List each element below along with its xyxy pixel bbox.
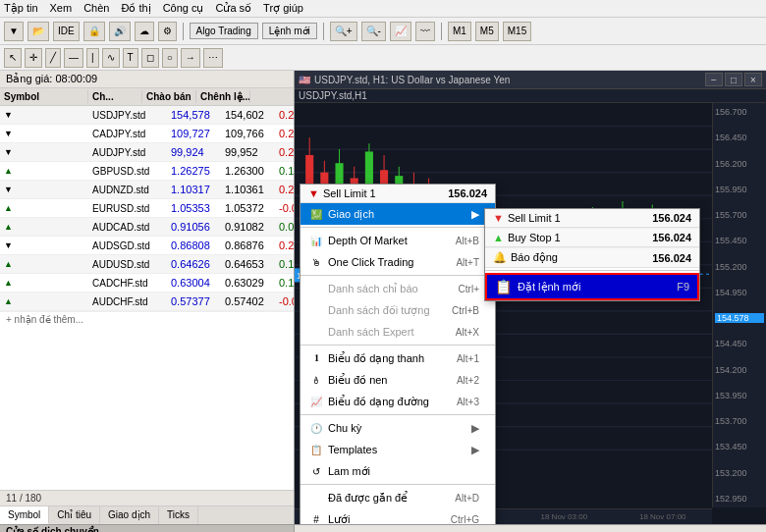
row-bid: 1.26300 — [221, 165, 275, 177]
price-152950: 152.950 — [715, 494, 764, 504]
menu-insert[interactable]: Chèn — [83, 2, 109, 15]
toolbar-draw: ↖ ✛ ╱ — | ∿ T ◻ ○ → ⋯ — [0, 45, 766, 71]
table-row[interactable]: ▲ AUDUSD.std 0.64626 0.64653 0.12% — [0, 255, 294, 274]
text-btn[interactable]: T — [123, 48, 138, 68]
m15-btn[interactable]: M15 — [503, 22, 531, 41]
open-btn[interactable]: 📂 — [27, 22, 49, 41]
table-row[interactable]: ▲ GBPUSD.std 1.26275 1.26300 0.13% — [0, 162, 294, 181]
table-row[interactable]: ▼ AUDSGD.std 0.86808 0.86876 0.25% — [0, 237, 294, 255]
settings-btn[interactable]: ⚙ — [158, 22, 177, 41]
table-header: Symbol Ch... Chào bán Chênh lệ... — [0, 88, 294, 106]
menu-help[interactable]: Trợ giúp — [263, 2, 303, 15]
row-diff: -0.02% — [275, 202, 294, 214]
table-row[interactable]: ▲ AUDCHF.std 0.57377 0.57402 -0.01% — [0, 293, 294, 311]
table-row[interactable]: ▲ AUDCAD.std 0.91056 0.91082 0.03% — [0, 218, 294, 237]
crosshair-btn[interactable]: ✛ — [25, 48, 42, 68]
line-draw-btn[interactable]: ╱ — [45, 48, 61, 68]
menu-luoi[interactable]: # Lưới Ctrl+G — [301, 508, 495, 524]
price-155200: 155.200 — [715, 262, 764, 272]
tab-giaodich[interactable]: Giao dịch — [100, 506, 159, 524]
menu-chu-ky[interactable]: 🕐 Chu kỳ ▶ — [301, 417, 495, 439]
chi-bao-icon — [308, 281, 324, 296]
bottom-left-panel: Cửa số dịch chuyển IS6 Technologies MT5 — [0, 525, 295, 532]
more-tools-btn[interactable]: ⋯ — [203, 48, 223, 68]
ide-btn[interactable]: IDE — [53, 22, 80, 41]
da-duoc-shortcut: Alt+D — [435, 493, 479, 504]
wave-btn[interactable]: 〰 — [415, 22, 435, 41]
luoi-label: Lưới — [328, 513, 351, 525]
toolbar-main: ▼ 📂 IDE 🔒 🔊 ☁ ⚙ Algo Trading Lệnh mới 🔍+… — [0, 18, 766, 45]
row-symbol: CADCHF.std — [88, 278, 167, 289]
vline-btn[interactable]: | — [86, 48, 99, 68]
price-153950: 153.950 — [715, 391, 764, 400]
menu-lam-moi[interactable]: ↺ Lam mới — [301, 460, 495, 482]
table-row[interactable]: ▼ AUDNZD.std 1.10317 1.10361 0.29% — [0, 181, 294, 199]
new-chart-btn[interactable]: ▼ — [4, 22, 24, 41]
tab-chitieu[interactable]: Chỉ tiêu — [49, 506, 100, 524]
line-btn[interactable]: 📈 — [390, 22, 411, 41]
menu-file[interactable]: Tập tin — [4, 2, 38, 15]
zoom-out-btn[interactable]: 🔍- — [361, 22, 386, 41]
click-shortcut: Alt+T — [436, 257, 479, 268]
click-trading-icon: 🖱 — [308, 254, 324, 270]
chu-ky-arrow: ▶ — [471, 422, 479, 435]
sub-buy-stop[interactable]: ▲ Buy Stop 1 156.024 — [485, 228, 699, 247]
svg-rect-24 — [365, 151, 373, 184]
menu-templates[interactable]: 📋 Templates ▶ — [301, 439, 495, 460]
right-panel: 🇺🇸 USDJPY.std, H1: US Dollar vs Japanese… — [295, 71, 766, 524]
add-symbol-link[interactable]: + nhận đề thêm... — [0, 311, 294, 327]
menu-dat-lenh-moi[interactable]: 📋 Đặt lệnh mới F9 — [485, 273, 699, 300]
doi-tuong-shortcut: Ctrl+B — [432, 305, 479, 316]
menu-depth-of-market[interactable]: 📊 Depth Of Market Alt+B — [301, 230, 495, 251]
ellipse-btn[interactable]: ○ — [162, 48, 178, 68]
menu-candle-chart[interactable]: 🕯 Biểu đồ nen Alt+2 — [301, 369, 495, 391]
sep-2 — [301, 275, 495, 276]
cursor-btn[interactable]: ↖ — [4, 48, 22, 68]
hline-btn[interactable]: — — [64, 48, 83, 68]
row-bid: 1.10361 — [221, 184, 275, 195]
table-row[interactable]: ▲ CADCHF.std 0.63004 0.63029 0.10% — [0, 274, 294, 293]
lock-btn[interactable]: 🔒 — [83, 22, 105, 41]
sell-limit-price: 156.024 — [448, 187, 487, 199]
m5-btn[interactable]: M5 — [475, 22, 499, 41]
tab-ticks[interactable]: Ticks — [159, 506, 198, 524]
menu-window[interactable]: Cửa số — [215, 2, 251, 15]
menu-one-click-trading[interactable]: 🖱 One Click Trading Alt+T — [301, 251, 495, 273]
menu-da-duoc[interactable]: Đã được gắn để Alt+D — [301, 487, 495, 508]
chart-minimize-btn[interactable]: − — [705, 73, 723, 86]
shape-btn[interactable]: ◻ — [141, 48, 159, 68]
sep-3 — [301, 345, 495, 346]
chart-symbol-bar: USDJPY.std,H1 — [295, 89, 766, 103]
menu-giao-dich[interactable]: 💹 Giao dịch ▶ — [301, 203, 495, 225]
sub-bao-dong[interactable]: 🔔 Báo động 156.024 — [485, 247, 699, 268]
bottom-tabs: Symbol Chỉ tiêu Giao dịch Ticks — [0, 505, 294, 524]
new-order-btn[interactable]: Lệnh mới — [262, 23, 317, 39]
price-153450: 153.450 — [715, 442, 764, 452]
cloud-btn[interactable]: ☁ — [135, 22, 154, 41]
table-row[interactable]: ▲ EURUSD.std 1.05353 1.05372 -0.02% — [0, 199, 294, 218]
sub-sell-limit[interactable]: ▼ Sell Limit 1 156.024 — [485, 209, 699, 228]
chu-ky-label: Chu kỳ — [328, 422, 361, 434]
dat-lenh-shortcut: F9 — [677, 281, 689, 293]
menu-tools[interactable]: Công cụ — [163, 2, 204, 15]
menu-view[interactable]: Xem — [50, 2, 73, 15]
m1-btn[interactable]: M1 — [448, 22, 471, 41]
menu-line-chart[interactable]: 📈 Biểu đồ dạng đường Alt+3 — [301, 391, 495, 412]
chart-close-btn[interactable]: × — [744, 73, 762, 86]
menu-bar-chart[interactable]: 𝟏 Biểu đồ dạng thanh Alt+1 — [301, 347, 495, 369]
audio-btn[interactable]: 🔊 — [109, 22, 131, 41]
table-row[interactable]: ▼ USDJPY.std 154,578 154,602 0.21% — [0, 106, 294, 125]
row-ch: 1.05353 — [167, 202, 221, 214]
chart-maximize-btn[interactable]: □ — [725, 73, 742, 86]
sub-sell-icon: ▼ — [493, 212, 504, 224]
fib-btn[interactable]: ∿ — [102, 48, 120, 68]
arrow-draw-btn[interactable]: → — [181, 48, 200, 68]
tab-symbol[interactable]: Symbol — [0, 506, 49, 524]
row-ch: 1.10317 — [167, 184, 221, 195]
table-row[interactable]: ▼ CADJPY.std 109,727 109,766 0.24% — [0, 125, 294, 143]
sub-bao-dong-price: 156.024 — [652, 252, 691, 264]
table-row[interactable]: ▼ AUDJPY.std 99,924 99,952 0.21% — [0, 143, 294, 162]
menu-chart[interactable]: Đồ thị — [121, 2, 150, 15]
algo-trading-btn[interactable]: Algo Trading — [190, 23, 258, 39]
zoom-in-btn[interactable]: 🔍+ — [330, 22, 357, 41]
